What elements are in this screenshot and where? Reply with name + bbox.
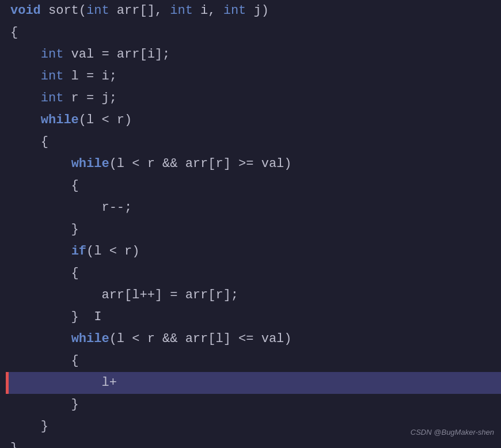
- code-line[interactable]: r--;: [6, 197, 501, 219]
- code-token: }: [10, 416, 48, 438]
- code-line[interactable]: l+: [6, 372, 501, 394]
- code-token: while: [41, 109, 79, 131]
- code-line[interactable]: while(l < r): [6, 109, 501, 131]
- code-token: }: [10, 394, 79, 416]
- code-token: int: [223, 0, 246, 22]
- code-token: arr[],: [109, 0, 170, 22]
- code-token: int: [86, 0, 109, 22]
- code-line[interactable]: int r = j;: [6, 88, 501, 109]
- code-token: (l < r): [86, 241, 139, 263]
- code-line[interactable]: int val = arr[i];: [6, 44, 501, 66]
- code-line[interactable]: if(l < r): [6, 241, 501, 263]
- code-token: {: [10, 263, 79, 284]
- code-token: {: [10, 22, 18, 44]
- code-token: [10, 88, 41, 109]
- code-line[interactable]: {: [6, 22, 501, 44]
- code-line[interactable]: while(l < r && arr[l] <= val): [6, 328, 501, 350]
- code-token: r = j;: [63, 88, 116, 109]
- code-token: r--;: [10, 197, 132, 219]
- code-token: l+: [10, 372, 117, 394]
- code-line[interactable]: void sort(int arr[], int i, int j): [6, 0, 501, 22]
- code-line[interactable]: int l = i;: [6, 66, 501, 88]
- code-token: {: [10, 131, 48, 153]
- code-token: {: [10, 350, 79, 372]
- code-token: int: [41, 44, 64, 66]
- code-token: [10, 66, 41, 88]
- code-token: while: [71, 328, 109, 350]
- code-token: [10, 328, 71, 350]
- code-line[interactable]: while(l < r && arr[r] >= val): [6, 153, 501, 175]
- code-line[interactable]: {: [6, 350, 501, 372]
- code-token: (l < r && arr[r] >= val): [109, 153, 292, 175]
- code-line[interactable]: }: [6, 394, 501, 416]
- line-indicator: [6, 372, 9, 394]
- code-token: (l < r): [79, 109, 132, 131]
- code-token: while: [71, 153, 109, 175]
- code-token: l = i;: [63, 66, 116, 88]
- code-token: val = arr[i];: [63, 44, 170, 66]
- code-token: sort(: [41, 0, 86, 22]
- code-token: arr[l++] = arr[r];: [10, 284, 238, 306]
- code-token: int: [41, 88, 64, 109]
- code-token: [10, 109, 41, 131]
- code-token: (l < r && arr[l] <= val): [109, 328, 292, 350]
- code-token: [10, 44, 41, 66]
- watermark-text: CSDN @BugMaker-shen: [411, 422, 494, 443]
- code-token: {: [10, 175, 79, 197]
- code-token: }: [10, 219, 79, 241]
- code-line[interactable]: {: [6, 175, 501, 197]
- code-token: [10, 241, 71, 263]
- code-line[interactable]: }: [6, 219, 501, 241]
- code-line[interactable]: {: [6, 263, 501, 284]
- code-line[interactable]: } I: [6, 306, 501, 328]
- code-token: void: [10, 0, 41, 22]
- code-token: } I: [10, 306, 101, 328]
- code-token: int: [41, 66, 64, 88]
- code-line[interactable]: {: [6, 131, 501, 153]
- code-token: [10, 153, 71, 175]
- code-line[interactable]: arr[l++] = arr[r];: [6, 284, 501, 306]
- code-token: }: [10, 438, 18, 448]
- code-token: j): [246, 0, 269, 22]
- code-token: i,: [193, 0, 223, 22]
- code-editor: void sort(int arr[], int i, int j){ int …: [0, 0, 501, 448]
- code-token: int: [170, 0, 193, 22]
- code-token: if: [71, 241, 86, 263]
